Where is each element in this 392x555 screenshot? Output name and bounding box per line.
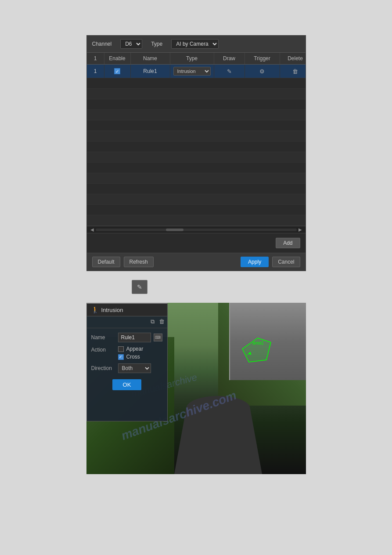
- action-label: Action: [91, 347, 115, 353]
- person-walking-icon: 🚶: [91, 306, 99, 313]
- dialog-body: Name ⌨ Action Appear ✓: [87, 328, 167, 395]
- copy-icon[interactable]: ⧉: [151, 318, 155, 325]
- direction-select[interactable]: Both Enter Exit: [118, 363, 151, 373]
- cross-row: ✓ Cross: [118, 354, 144, 360]
- col-type: Type: [170, 53, 214, 64]
- empty-row: [87, 120, 306, 131]
- col-delete: Delete: [280, 53, 311, 64]
- panel-actions: Default Refresh Apply Cancel: [87, 253, 306, 271]
- scrollbar-track[interactable]: [96, 229, 297, 231]
- camera-view: area1 manualsarchive.com manualsarchive: [86, 303, 306, 474]
- cell-trigger[interactable]: ⚙: [245, 65, 280, 78]
- intrusion-polygon: area1: [236, 334, 280, 370]
- default-button[interactable]: Default: [92, 257, 120, 267]
- empty-row: [87, 194, 306, 205]
- draw-button[interactable]: ✎: [225, 67, 234, 76]
- scroll-right-icon[interactable]: ▶: [298, 227, 302, 232]
- add-button[interactable]: Add: [276, 238, 300, 248]
- keyboard-icon[interactable]: ⌨: [154, 334, 162, 341]
- intrusion-dialog: 🚶 Intrusion ⧉ 🗑 Name ⌨: [86, 303, 168, 421]
- trash-icon[interactable]: 🗑: [159, 318, 165, 325]
- bottom-panel: area1 manualsarchive.com manualsarchive: [86, 303, 306, 474]
- pencil-icon: ✎: [137, 283, 142, 290]
- dialog-icons-row: ⧉ 🗑: [87, 316, 167, 328]
- empty-row: [87, 99, 306, 110]
- type-select-header[interactable]: AI by Camera: [171, 39, 219, 49]
- trigger-button[interactable]: ⚙: [258, 67, 266, 76]
- scrollbar-thumb[interactable]: [166, 229, 183, 231]
- svg-text:area1: area1: [252, 341, 264, 345]
- col-name: Name: [131, 53, 170, 64]
- delete-button[interactable]: 🗑: [291, 67, 300, 76]
- empty-row: [87, 131, 306, 141]
- type-label: Type: [151, 41, 162, 47]
- empty-row: [87, 173, 306, 184]
- empty-row: [87, 78, 306, 89]
- cross-label: Cross: [126, 354, 140, 360]
- empty-row: [87, 141, 306, 152]
- cell-enable[interactable]: ✓: [104, 65, 131, 78]
- cancel-button[interactable]: Cancel: [272, 257, 300, 267]
- pencil-icon-btn[interactable]: ✎: [132, 280, 147, 294]
- dialog-title: Intrusion: [101, 307, 123, 313]
- intrusion-polygon-svg: area1: [236, 334, 280, 369]
- cross-checkbox[interactable]: ✓: [118, 354, 124, 360]
- cell-draw[interactable]: ✎: [214, 65, 245, 78]
- cell-name: Rule1: [131, 65, 170, 78]
- panel-header: Channel D6 Type AI by Camera: [87, 36, 306, 53]
- ok-button[interactable]: OK: [112, 379, 142, 390]
- empty-row: [87, 184, 306, 194]
- name-label: Name: [91, 334, 115, 341]
- page-wrapper: Channel D6 Type AI by Camera 1 Enable Na…: [0, 0, 392, 555]
- draw-icon-wrapper: ✎: [132, 280, 147, 294]
- appear-row: Appear: [118, 346, 144, 352]
- direction-field-row: Direction Both Enter Exit: [91, 363, 163, 373]
- appear-label: Appear: [126, 346, 144, 352]
- action-field-row: Action Appear ✓ Cross: [91, 346, 163, 360]
- col-draw: Draw: [214, 53, 245, 64]
- scrollbar-area[interactable]: ◀ ▶: [87, 226, 306, 233]
- cell-delete[interactable]: 🗑: [280, 65, 311, 78]
- type-dropdown[interactable]: Intrusion: [173, 67, 211, 76]
- empty-row: [87, 215, 306, 226]
- direction-label: Direction: [91, 365, 115, 371]
- table-row: 1 ✓ Rule1 Intrusion ✎ ⚙ 🗑: [87, 65, 306, 78]
- cell-num: 1: [87, 65, 104, 78]
- empty-row: [87, 205, 306, 215]
- cell-type[interactable]: Intrusion: [170, 65, 214, 78]
- name-input[interactable]: [118, 333, 151, 342]
- refresh-button[interactable]: Refresh: [124, 257, 154, 267]
- road: [174, 396, 262, 474]
- panel-footer: Add: [87, 233, 306, 253]
- table-header: 1 Enable Name Type Draw Trigger Delete: [87, 53, 306, 65]
- enable-checkbox[interactable]: ✓: [114, 68, 120, 74]
- channel-select[interactable]: D6: [120, 39, 142, 49]
- top-panel: Channel D6 Type AI by Camera 1 Enable Na…: [86, 35, 306, 271]
- empty-row: [87, 110, 306, 120]
- empty-rows: [87, 78, 306, 226]
- scroll-left-icon[interactable]: ◀: [90, 227, 94, 232]
- appear-checkbox[interactable]: [118, 346, 124, 352]
- dialog-title-bar: 🚶 Intrusion: [87, 304, 167, 316]
- col-num: 1: [87, 53, 104, 64]
- empty-row: [87, 163, 306, 173]
- action-checkboxes: Appear ✓ Cross: [118, 346, 144, 360]
- table-body: 1 ✓ Rule1 Intrusion ✎ ⚙ 🗑: [87, 65, 306, 226]
- name-field-row: Name ⌨: [91, 333, 163, 342]
- col-enable: Enable: [104, 53, 131, 64]
- empty-row: [87, 152, 306, 163]
- channel-label: Channel: [92, 41, 112, 47]
- col-trigger: Trigger: [245, 53, 280, 64]
- apply-button[interactable]: Apply: [241, 257, 269, 267]
- empty-row: [87, 89, 306, 99]
